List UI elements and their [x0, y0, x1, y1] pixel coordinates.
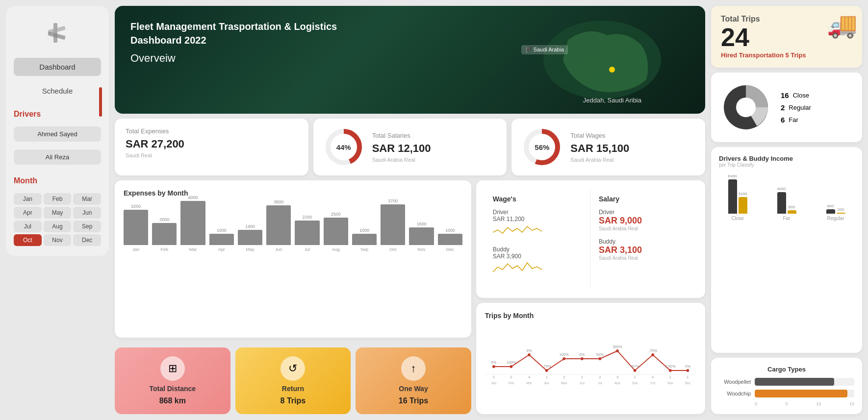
bar-fill [124, 210, 148, 245]
total-trips-card: Total Trips 24 Hired Transportation 5 Tr… [711, 6, 862, 68]
expense-bar-feb: 2000 Feb [152, 217, 177, 252]
svg-text:1: 1 [687, 375, 689, 379]
wages-salary-card: Wage's Driver SAR 11,200 Buddy SAR 3,900 [476, 180, 705, 298]
expenses-value: SAR 27,200 [126, 138, 298, 150]
expenses-chart-title: Expenses by Month [124, 189, 462, 197]
svg-text:Aug: Aug [614, 381, 620, 384]
month-jan[interactable]: Jan [14, 193, 42, 205]
cargo-title: Cargo Types [719, 366, 854, 373]
buddy-salary-row: Buddy SAR 3,100 Saudi Arabia Real [599, 238, 689, 261]
month-aug[interactable]: Aug [44, 221, 72, 232]
month-may[interactable]: May [44, 207, 72, 219]
total-distance-card: ⊞ Total Distance 868 km [115, 347, 230, 414]
month-jun[interactable]: Jun [73, 207, 101, 219]
svg-text:Oct: Oct [650, 381, 655, 384]
buddy-wages-row: Buddy SAR 3,900 [493, 246, 583, 276]
hero-banner: Fleet Management Trasportation & Logisti… [115, 6, 705, 114]
distance-value: 868 km [159, 396, 186, 405]
driver-ali[interactable]: Ali Reza [14, 149, 101, 165]
month-nov[interactable]: Nov [44, 234, 72, 246]
woodpellet-label: Woodpellet [719, 379, 751, 385]
distance-icon: ⊞ [160, 356, 185, 381]
svg-text:0%: 0% [491, 360, 496, 365]
bar-fill [381, 204, 405, 245]
svg-text:Jan: Jan [491, 381, 496, 384]
income-title: Drivers & Buddy Income [719, 155, 854, 162]
driver-salary-row: Driver SAR 9,000 Saudi Arabia Real [599, 209, 689, 231]
buddy-wages-name: Buddy [493, 246, 583, 253]
woodchip-fill [755, 390, 847, 397]
buddy-sparkline [493, 260, 542, 274]
bar-fill [438, 234, 462, 245]
income-bar [728, 179, 737, 214]
month-sep[interactable]: Sep [73, 221, 101, 232]
expense-bar-mar: 4000 Mar [180, 195, 205, 252]
dashboard-nav[interactable]: Dashboard [14, 58, 101, 76]
woodpellet-row: Woodpellet [719, 378, 854, 386]
bar-top-label: 3700 [388, 198, 398, 203]
pie-chart [719, 80, 773, 134]
drivers-label: Drivers [14, 110, 101, 119]
month-oct[interactable]: Oct [14, 234, 42, 246]
salaries-label: Total Salaries [372, 132, 431, 139]
logo-area [40, 16, 75, 50]
svg-point-18 [634, 369, 637, 372]
month-feb[interactable]: Feb [44, 193, 72, 205]
bar-bottom-label: Oct [389, 247, 396, 252]
expenses-sub: Saudi Real [126, 152, 298, 158]
woodchip-bar [755, 390, 854, 397]
expense-bar-jan: 3200 Jan [124, 204, 148, 252]
oneway-value: 16 Trips [399, 396, 428, 405]
month-jul[interactable]: Jul [14, 221, 42, 232]
return-label: Return [282, 385, 304, 393]
income-bar [826, 209, 835, 214]
buddy-salary-sub: Saudi Arabia Real [599, 255, 689, 261]
bar-bottom-label: Apr [218, 247, 225, 252]
buddy-wages-amount: SAR 3,900 [493, 253, 583, 260]
svg-point-17 [616, 349, 619, 352]
legend-far: 6 Far [781, 116, 811, 124]
month-mar[interactable]: Mar [73, 193, 101, 205]
stats-row: Total Expenses SAR 27,200 Saudi Real 44%… [115, 119, 705, 175]
driver-sparkline [493, 222, 542, 237]
svg-text:-67%: -67% [631, 364, 639, 369]
woodpellet-fill [755, 378, 834, 386]
salary-col-title: Salary [599, 195, 689, 203]
bar-bottom-label: Jul [305, 247, 310, 252]
svg-text:1: 1 [634, 375, 636, 379]
bar-top-label: 1000 [359, 228, 369, 233]
bar-bottom-label: Sep [360, 247, 368, 252]
month-apr[interactable]: Apr [14, 207, 42, 219]
bar-fill [352, 234, 377, 245]
svg-text:Apr: Apr [544, 381, 549, 384]
expense-bar-dec: 1000 Dec [438, 228, 462, 252]
driver-wages-amount: SAR 11,200 [493, 216, 583, 222]
expense-bar-may: 1400 May [238, 224, 262, 252]
driver-ahmed[interactable]: Ahmed Sayed [14, 126, 101, 142]
driver-salary-name: Driver [599, 209, 689, 216]
svg-text:-75%: -75% [648, 348, 657, 353]
income-close-label: Close [719, 216, 756, 221]
bar-top-label: 1400 [245, 224, 255, 229]
wages-salary-split: Wage's Driver SAR 11,200 Buddy SAR 3,900 [485, 189, 696, 289]
income-bar-num: 3100 [739, 192, 747, 196]
wages-circle: 56% [522, 127, 562, 167]
main-content: Fleet Management Trasportation & Logisti… [109, 0, 711, 420]
income-bar-num: 6400 [728, 174, 737, 178]
svg-point-59 [736, 98, 756, 117]
bar-bottom-label: Nov [417, 247, 425, 252]
bar-fill [409, 227, 434, 245]
total-trips-sub: Hired Transportation 5 Trips [721, 51, 852, 59]
bar-top-label: 3600 [274, 199, 283, 204]
svg-point-20 [669, 369, 672, 372]
svg-text:2: 2 [599, 375, 601, 379]
svg-text:2: 2 [510, 375, 512, 379]
income-group-close: 64003100 [719, 177, 756, 214]
schedule-nav[interactable]: Schedule [14, 84, 101, 98]
svg-point-19 [651, 353, 654, 356]
svg-point-10 [492, 365, 495, 368]
svg-point-21 [686, 369, 689, 372]
bar-fill [295, 221, 319, 245]
month-dec[interactable]: Dec [73, 234, 101, 246]
bar-top-label: 3200 [131, 204, 141, 209]
